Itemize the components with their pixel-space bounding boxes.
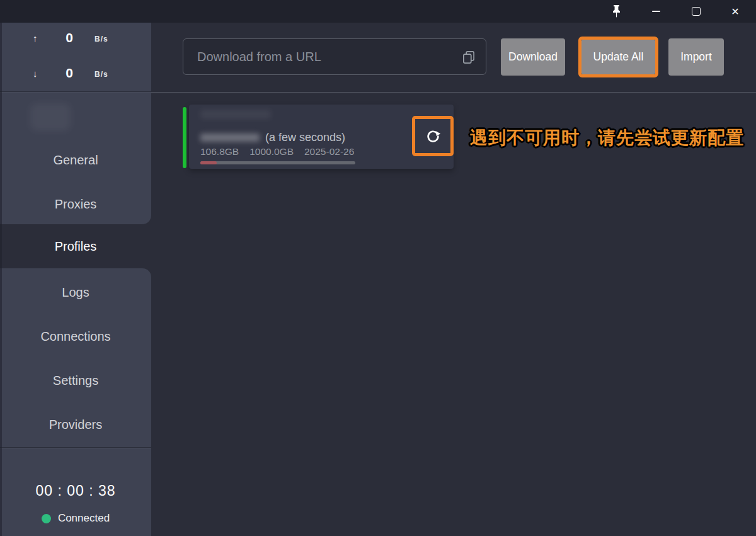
sidebar-divider — [0, 91, 151, 92]
profile-name-row: (a few seconds) — [200, 130, 345, 145]
connection-status: Connected — [0, 510, 151, 527]
traffic-progress-bar — [200, 161, 355, 164]
download-arrow-icon: ↓ — [33, 68, 38, 79]
redacted-profile-title — [200, 110, 271, 119]
sidebar-item-general[interactable]: General — [0, 146, 151, 174]
sidebar-item-connections[interactable]: Connections — [0, 322, 151, 350]
profiles-page: Download Update All Import (a few second… — [151, 23, 756, 536]
url-input[interactable] — [183, 39, 486, 74]
download-button[interactable]: Download — [501, 38, 565, 76]
pin-icon — [612, 4, 621, 18]
profile-total-traffic: 1000.0GB — [249, 146, 294, 157]
refresh-highlight-box — [412, 116, 454, 156]
header-divider — [151, 92, 756, 93]
window-left-edge — [0, 23, 2, 536]
status-dot-icon — [42, 514, 51, 523]
sidebar-divider — [0, 447, 151, 448]
sidebar: ↑ 0 B/s ↓ 0 B/s General Proxies Profiles… — [0, 23, 151, 536]
traffic-progress-fill — [200, 161, 217, 164]
minimize-icon — [652, 11, 660, 12]
update-profile-button[interactable] — [420, 123, 445, 149]
profile-updated-label: (a few seconds) — [265, 131, 345, 144]
update-all-highlight-box: Update All — [578, 37, 658, 77]
import-button[interactable]: Import — [668, 38, 724, 76]
sidebar-item-providers[interactable]: Providers — [0, 411, 151, 438]
sidebar-item-logs[interactable]: Logs — [0, 278, 151, 306]
active-profile-indicator — [183, 107, 186, 168]
redacted-logo-smudge — [30, 103, 71, 131]
maximize-button[interactable] — [687, 3, 706, 20]
pin-button[interactable] — [607, 3, 626, 20]
sidebar-item-proxies[interactable]: Proxies — [0, 190, 151, 218]
sidebar-top-panel: ↑ 0 B/s ↓ 0 B/s General Proxies — [0, 23, 151, 224]
download-speed-unit: B/s — [94, 70, 108, 79]
annotation-text: 遇到不可用时，请先尝试更新配置 — [470, 126, 753, 150]
sidebar-item-profiles[interactable]: Profiles — [0, 224, 151, 268]
minimize-button[interactable] — [646, 3, 665, 20]
redacted-profile-name — [200, 134, 260, 142]
status-label: Connected — [58, 512, 110, 525]
upload-speed-unit: B/s — [94, 35, 108, 43]
uptime-timer: 00 : 00 : 38 — [0, 477, 151, 505]
close-button[interactable]: ✕ — [726, 3, 745, 20]
maximize-icon — [692, 7, 701, 16]
url-input-box — [183, 38, 486, 75]
upload-speed-value: 0 — [52, 30, 86, 45]
refresh-icon — [425, 128, 442, 145]
sidebar-item-settings[interactable]: Settings — [0, 367, 151, 394]
paste-from-clipboard-button[interactable] — [461, 49, 477, 66]
download-speed-value: 0 — [52, 66, 86, 81]
close-icon: ✕ — [731, 6, 739, 18]
update-all-button[interactable]: Update All — [581, 40, 655, 74]
titlebar: ✕ — [0, 0, 756, 23]
copy-icon — [461, 49, 477, 66]
profile-stats-row: 106.8GB 1000.0GB 2025-02-26 — [200, 146, 354, 157]
profile-used-traffic: 106.8GB — [200, 146, 239, 157]
upload-arrow-icon: ↑ — [33, 33, 38, 43]
sidebar-bottom-panel: Logs Connections Settings Providers 00 :… — [0, 268, 151, 536]
profile-expire-date: 2025-02-26 — [304, 146, 354, 157]
